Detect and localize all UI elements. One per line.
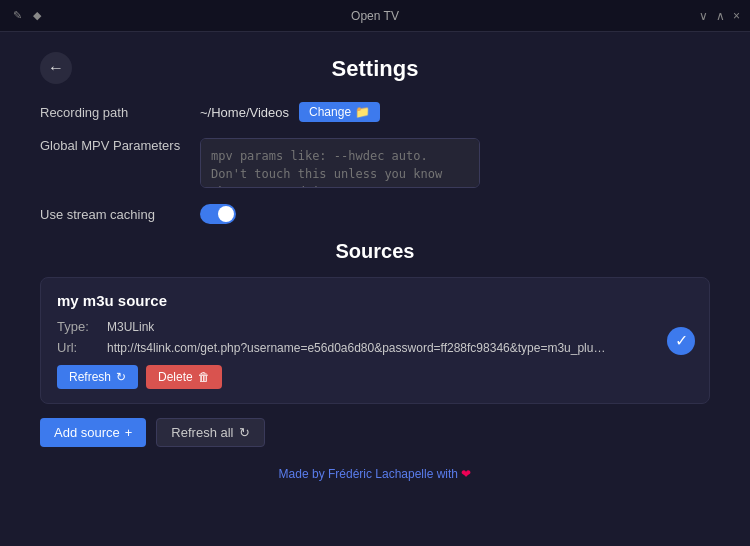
stream-caching-label: Use stream caching (40, 207, 200, 222)
refresh-all-button[interactable]: Refresh all ↻ (156, 418, 264, 447)
main-content: ← Settings Recording path ~/Home/Videos … (0, 32, 750, 546)
plus-icon: + (125, 425, 133, 440)
url-label: Url: (57, 340, 107, 355)
delete-source-label: Delete (158, 370, 193, 384)
footer-text: Made by Frédéric Lachapelle with (279, 467, 458, 481)
close-button[interactable]: × (733, 10, 740, 22)
titlebar: ✎ ◆ Open TV ∨ ∧ × (0, 0, 750, 32)
refresh-source-button[interactable]: Refresh ↻ (57, 365, 138, 389)
source-card: my m3u source Type: M3ULink Url: http://… (40, 277, 710, 404)
heart-icon: ❤ (461, 467, 471, 481)
type-label: Type: (57, 319, 107, 334)
mpv-params-label: Global MPV Parameters (40, 138, 200, 153)
back-button[interactable]: ← (40, 52, 72, 84)
titlebar-title: Open TV (351, 9, 399, 23)
source-type-row: Type: M3ULink (57, 319, 693, 334)
source-url-row: Url: http://ts4link.com/get.php?username… (57, 340, 693, 355)
url-value: http://ts4link.com/get.php?username=e56d… (107, 341, 607, 355)
minimize-button[interactable]: ∨ (699, 10, 708, 22)
verified-badge: ✓ (667, 327, 695, 355)
recording-path-label: Recording path (40, 105, 200, 120)
sources-section-title: Sources (40, 240, 710, 263)
folder-icon: 📁 (355, 105, 370, 119)
footer: Made by Frédéric Lachapelle with ❤ (40, 467, 710, 481)
maximize-button[interactable]: ∧ (716, 10, 725, 22)
recording-path-row: Recording path ~/Home/Videos Change 📁 (40, 102, 710, 122)
mpv-params-input[interactable] (200, 138, 480, 188)
source-name: my m3u source (57, 292, 693, 309)
type-value: M3ULink (107, 320, 154, 334)
diamond-icon: ◆ (30, 9, 44, 23)
pencil-icon: ✎ (10, 9, 24, 23)
refresh-all-icon: ↻ (239, 425, 250, 440)
refresh-source-label: Refresh (69, 370, 111, 384)
titlebar-left-icons: ✎ ◆ (10, 9, 44, 23)
stream-caching-toggle[interactable] (200, 204, 236, 224)
bottom-actions: Add source + Refresh all ↻ (40, 418, 710, 447)
trash-icon: 🗑 (198, 370, 210, 384)
stream-caching-row: Use stream caching (40, 204, 710, 224)
page-title: Settings (40, 56, 710, 82)
refresh-icon: ↻ (116, 370, 126, 384)
change-btn-label: Change (309, 105, 351, 119)
source-actions: Refresh ↻ Delete 🗑 (57, 365, 693, 389)
mpv-params-row: Global MPV Parameters (40, 138, 710, 188)
refresh-all-label: Refresh all (171, 425, 233, 440)
change-path-button[interactable]: Change 📁 (299, 102, 380, 122)
delete-source-button[interactable]: Delete 🗑 (146, 365, 222, 389)
titlebar-controls: ∨ ∧ × (699, 10, 740, 22)
recording-path-value: ~/Home/Videos (200, 105, 289, 120)
add-source-button[interactable]: Add source + (40, 418, 146, 447)
add-source-label: Add source (54, 425, 120, 440)
